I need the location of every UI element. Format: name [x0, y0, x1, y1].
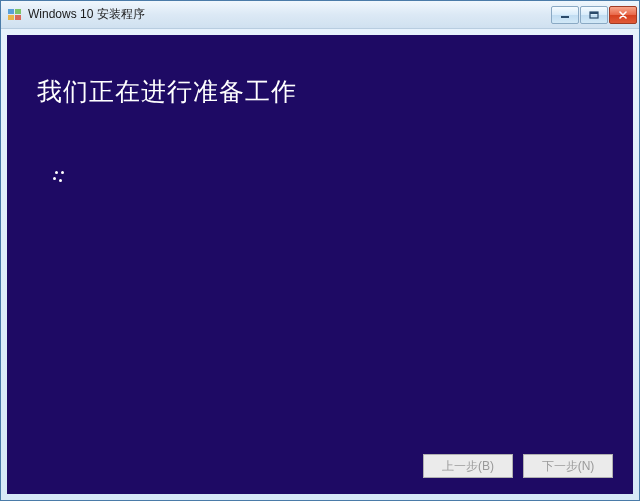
- close-button[interactable]: [609, 6, 637, 24]
- svg-rect-2: [8, 15, 14, 20]
- svg-rect-4: [561, 16, 569, 18]
- back-button[interactable]: 上一步(B): [423, 454, 513, 478]
- next-button[interactable]: 下一步(N): [523, 454, 613, 478]
- svg-rect-3: [15, 15, 21, 20]
- app-icon: [7, 7, 23, 23]
- svg-rect-1: [15, 9, 21, 14]
- maximize-button[interactable]: [580, 6, 608, 24]
- content-area: 我们正在进行准备工作 上一步(B) 下一步(N): [7, 35, 633, 494]
- svg-rect-6: [590, 12, 598, 14]
- button-bar: 上一步(B) 下一步(N): [423, 454, 613, 478]
- content-outer: 我们正在进行准备工作 上一步(B) 下一步(N): [1, 29, 639, 500]
- window-title: Windows 10 安装程序: [28, 6, 551, 23]
- window-frame: Windows 10 安装程序 我们正在进行准备工作 上一步(B): [0, 0, 640, 501]
- titlebar: Windows 10 安装程序: [1, 1, 639, 29]
- window-controls: [551, 6, 637, 24]
- page-heading: 我们正在进行准备工作: [7, 35, 633, 108]
- svg-rect-0: [8, 9, 14, 14]
- loading-spinner-icon: [53, 171, 75, 193]
- minimize-button[interactable]: [551, 6, 579, 24]
